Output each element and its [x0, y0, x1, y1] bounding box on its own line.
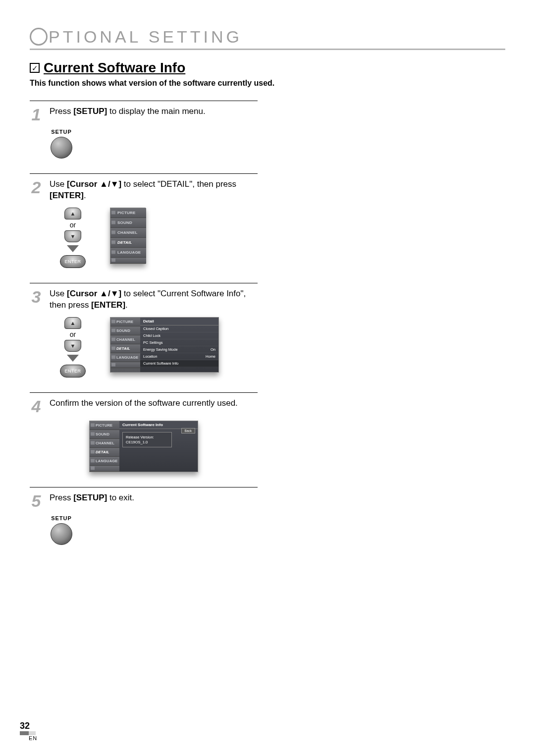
enter-button-icon: ENTER	[60, 255, 86, 268]
step-1: 1 Press [SETUP] to display the main menu…	[30, 101, 258, 159]
step-text: Confirm the version of the software curr…	[50, 398, 258, 409]
tv-menu-detail: PICTURE SOUND CHANNEL DETAIL LANGUAGE De…	[110, 317, 219, 373]
detail-row-current-software: Current Software Info	[140, 360, 218, 367]
step-5: 5 Press [SETUP] to exit. SETUP	[30, 487, 258, 545]
section-title-row: ✓ Current Software Info	[30, 60, 505, 76]
cursor-down-icon: ▼	[64, 230, 81, 242]
step-number: 2	[30, 179, 43, 196]
menu-item-language: LANGUAGE	[110, 248, 146, 258]
or-label: or	[51, 221, 95, 229]
menu-item-sound: SOUND	[110, 326, 140, 335]
release-version-value: CE19OS_1.0	[126, 440, 168, 445]
menu-item-sound: SOUND	[110, 218, 146, 228]
menu-item-detail: DETAIL	[110, 344, 140, 353]
cursor-down-icon: ▼	[64, 340, 81, 352]
step-number: 5	[30, 492, 43, 509]
back-button: Back	[181, 428, 195, 433]
page-language: EN	[20, 735, 37, 741]
step-number: 1	[30, 106, 43, 123]
page-number: 32	[20, 721, 36, 735]
step-text: Press [SETUP] to display the main menu.	[50, 106, 258, 117]
menu-item-channel: CHANNEL	[90, 439, 119, 448]
menu-item-language: LANGUAGE	[90, 457, 119, 466]
page-footer: 32 EN	[20, 721, 37, 741]
menu-item-detail: DETAIL	[90, 448, 119, 457]
tv-menu-main: PICTURE SOUND CHANNEL DETAIL LANGUAGE	[110, 208, 146, 264]
step-2: 2 Use [Cursor ▲/▼] to select "DETAIL", t…	[30, 173, 258, 268]
detail-row-location: LocationHome	[140, 353, 218, 360]
header-rule	[30, 49, 505, 50]
menu-item-picture: PICTURE	[110, 318, 140, 326]
step-text: Use [Cursor ▲/▼] to select "Current Soft…	[50, 288, 258, 311]
setup-button-icon	[51, 137, 72, 159]
menu-item-sound: SOUND	[90, 430, 119, 439]
enter-button-icon: ENTER	[60, 365, 86, 378]
setup-button-diagram: SETUP	[51, 129, 72, 159]
section-description: This function shows what version of the …	[30, 79, 505, 88]
section-title: Current Software Info	[44, 60, 185, 76]
menu-item-language: LANGUAGE	[110, 353, 140, 362]
step-number: 4	[30, 398, 43, 415]
cursor-nav-diagram: ▲ or ▼ ENTER	[51, 208, 95, 268]
detail-row-child-lock: Child Lock	[140, 332, 218, 339]
cursor-nav-diagram: ▲ or ▼ ENTER	[51, 317, 95, 378]
detail-panel-title: Detail	[140, 318, 218, 325]
step-text: Use [Cursor ▲/▼] to select "DETAIL", the…	[50, 179, 258, 202]
menu-item-channel: CHANNEL	[110, 228, 146, 238]
detail-row-energy-saving: Energy Saving ModeOn	[140, 346, 218, 353]
detail-row-closed-caption: Closed Caption	[140, 325, 218, 332]
menu-item-detail: DETAIL	[110, 238, 146, 248]
step-4: 4 Confirm the version of the software cu…	[30, 392, 258, 472]
setup-button-icon	[51, 523, 72, 545]
detail-row-pc-settings: PC Settings	[140, 339, 218, 346]
header-title-text: PTIONAL SETTING	[49, 27, 242, 47]
page-header: PTIONAL SETTING	[30, 25, 505, 47]
menu-item-picture: PICTURE	[90, 421, 119, 430]
arrow-down-icon	[67, 355, 79, 362]
cursor-up-icon: ▲	[64, 208, 81, 219]
step-text: Press [SETUP] to exit.	[50, 492, 258, 504]
step-number: 3	[30, 288, 43, 305]
step-3: 3 Use [Cursor ▲/▼] to select "Current So…	[30, 283, 258, 378]
header-initial-o-icon	[30, 28, 48, 46]
checkbox-icon: ✓	[30, 63, 40, 73]
menu-blank	[90, 466, 119, 472]
release-version-box: Release Version: CE19OS_1.0	[122, 432, 172, 448]
menu-blank	[110, 362, 140, 368]
setup-button-label: SETUP	[51, 129, 72, 135]
arrow-down-icon	[67, 245, 79, 252]
setup-button-diagram: SETUP	[51, 515, 72, 545]
release-version-label: Release Version:	[126, 435, 168, 440]
or-label: or	[51, 330, 95, 338]
tv-menu-software-info: PICTURE SOUND CHANNEL DETAIL LANGUAGE Cu…	[89, 421, 198, 472]
menu-item-picture: PICTURE	[110, 208, 146, 218]
cursor-up-icon: ▲	[64, 317, 81, 329]
setup-button-label: SETUP	[51, 515, 72, 521]
menu-item-channel: CHANNEL	[110, 335, 140, 344]
menu-blank	[110, 258, 146, 264]
